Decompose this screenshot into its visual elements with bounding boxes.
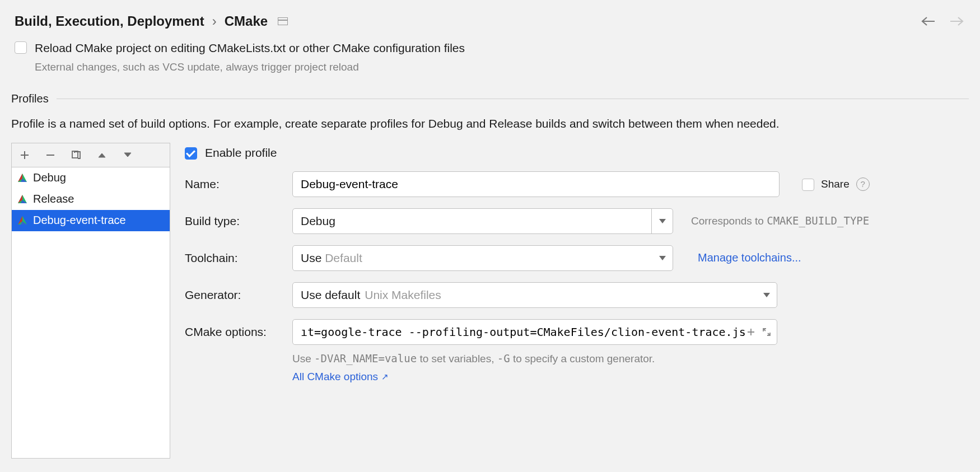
move-down-button[interactable] <box>115 143 141 167</box>
cmake-icon <box>17 173 27 183</box>
all-cmake-options-link[interactable]: All CMake options↗ <box>292 371 389 383</box>
generator-select[interactable]: Use defaultUnix Makefiles <box>292 282 777 308</box>
reload-checkbox[interactable] <box>15 41 27 54</box>
profile-item-release[interactable]: Release <box>12 189 170 210</box>
breadcrumb-parent[interactable]: Build, Execution, Deployment <box>15 13 204 29</box>
cmake-options-label: CMake options: <box>185 325 280 339</box>
enable-profile-label: Enable profile <box>205 146 277 160</box>
name-input[interactable] <box>292 171 780 197</box>
share-checkbox[interactable] <box>802 179 814 191</box>
chevron-right-icon: › <box>212 13 217 29</box>
add-button[interactable] <box>12 143 38 167</box>
profile-item-label: Debug <box>33 171 66 184</box>
manage-toolchains-link[interactable]: Manage toolchains... <box>698 251 801 264</box>
divider <box>57 99 969 99</box>
chevron-down-icon <box>763 293 770 297</box>
window-icon[interactable] <box>278 17 288 25</box>
help-icon[interactable]: ? <box>856 177 870 191</box>
build-type-label: Build type: <box>185 214 280 228</box>
profile-item-debug[interactable]: Debug <box>12 167 170 189</box>
chevron-down-icon <box>659 219 666 223</box>
share-label: Share <box>821 178 850 190</box>
build-type-note: Corresponds to CMAKE_BUILD_TYPE <box>691 214 869 227</box>
breadcrumb: Build, Execution, Deployment › CMake <box>15 13 288 29</box>
reload-label: Reload CMake project on editing CMakeLis… <box>35 40 465 55</box>
cmake-icon <box>17 194 27 204</box>
add-macro-icon[interactable] <box>745 326 757 338</box>
profile-item-debug-event-trace[interactable]: Debug-event-trace <box>12 210 170 231</box>
profiles-toolbar <box>11 143 170 167</box>
profiles-list: Debug Release Debug-event-trace <box>11 167 170 459</box>
move-up-button[interactable] <box>89 143 115 167</box>
profiles-section-title: Profiles <box>11 92 49 105</box>
cmake-options-hint: Use -DVAR_NAME=value to set variables, -… <box>292 352 969 365</box>
generator-value: Use defaultUnix Makefiles <box>301 288 441 302</box>
forward-button <box>949 16 965 27</box>
toolchain-label: Toolchain: <box>185 251 280 265</box>
reload-sublabel: External changes, such as VCS update, al… <box>35 61 965 73</box>
build-type-value: Debug <box>301 214 335 228</box>
chevron-down-icon <box>659 256 666 260</box>
cmake-icon <box>17 216 27 226</box>
profile-item-label: Debug-event-trace <box>33 214 126 227</box>
external-link-icon: ↗ <box>381 372 389 382</box>
remove-button[interactable] <box>38 143 63 167</box>
toolchain-value: Use Default <box>301 251 362 265</box>
profile-item-label: Release <box>33 193 74 205</box>
name-label: Name: <box>185 177 280 191</box>
profiles-description: Profile is a named set of build options.… <box>0 111 980 142</box>
enable-profile-checkbox[interactable] <box>185 147 197 160</box>
cmake-options-input[interactable] <box>301 325 745 339</box>
expand-icon[interactable] <box>761 326 772 338</box>
back-button[interactable] <box>920 16 936 27</box>
build-type-select[interactable]: Debug <box>292 208 673 234</box>
copy-button[interactable] <box>63 143 89 167</box>
profiles-panel: Debug Release Debug-event-trace <box>11 143 170 459</box>
breadcrumb-current: CMake <box>225 13 268 29</box>
generator-label: Generator: <box>185 288 280 302</box>
toolchain-select[interactable]: Use Default <box>292 245 673 271</box>
